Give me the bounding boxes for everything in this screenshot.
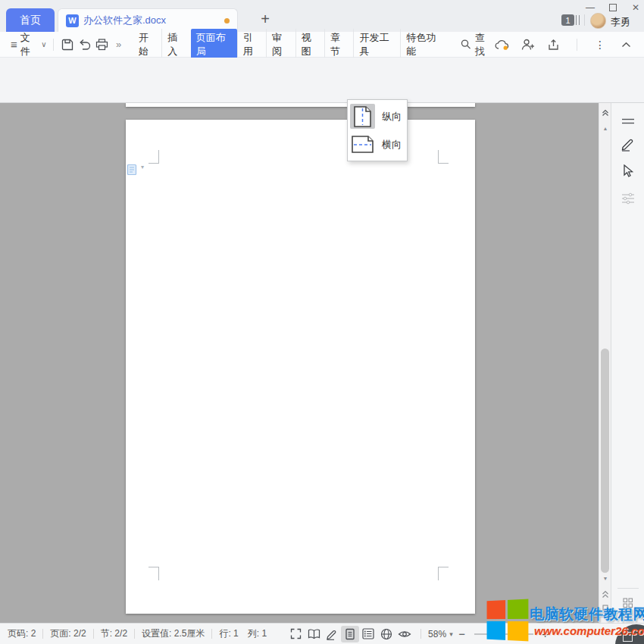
web-layout-button[interactable] bbox=[377, 626, 395, 642]
menubar-divider bbox=[53, 39, 54, 51]
status-setting-value[interactable]: 设置值: 2.5厘米 bbox=[142, 627, 205, 640]
title-bar: 首页 W 办公软件之家.docx + — ✕ 1 李勇 bbox=[0, 0, 644, 32]
menu-item-landscape[interactable]: 横向 bbox=[350, 130, 405, 158]
search-button[interactable]: 查找 bbox=[461, 31, 493, 58]
wps-writer-window: 首页 W 办公软件之家.docx + — ✕ 1 李勇 ≡ 文件 ∨ bbox=[0, 0, 644, 644]
print-layout-button[interactable] bbox=[341, 626, 359, 642]
select-cursor-icon[interactable] bbox=[621, 164, 636, 179]
status-page-number[interactable]: 页码: 2 bbox=[8, 627, 36, 640]
print-button[interactable] bbox=[93, 36, 110, 54]
close-button[interactable]: ✕ bbox=[627, 2, 644, 14]
page-2[interactable] bbox=[126, 120, 475, 614]
unsaved-dot-icon bbox=[224, 18, 230, 23]
zoom-in-button[interactable]: + bbox=[536, 626, 555, 642]
tab-view[interactable]: 视图 bbox=[295, 29, 324, 61]
tab-page-layout[interactable]: 页面布局 bbox=[191, 29, 237, 61]
scroll-up-arrow[interactable]: ▲ bbox=[599, 126, 611, 131]
margin-mark-top-left bbox=[148, 150, 159, 164]
user-avatar[interactable] bbox=[590, 13, 606, 29]
status-separator bbox=[134, 629, 135, 639]
status-separator bbox=[93, 629, 94, 639]
margin-mark-bottom-left bbox=[148, 567, 159, 580]
wps-writer-icon: W bbox=[66, 14, 79, 27]
outline-view-button[interactable] bbox=[359, 626, 377, 642]
landscape-icon-box bbox=[350, 132, 375, 157]
maximize-icon bbox=[609, 4, 617, 11]
share-icon[interactable] bbox=[545, 36, 563, 54]
panel-divider bbox=[617, 588, 639, 589]
user-name[interactable]: 李勇 bbox=[611, 15, 630, 29]
ribbon-tabs: 开始 插入 页面布局 引用 审阅 视图 章节 开发工具 特色功能 bbox=[133, 29, 447, 61]
status-separator bbox=[42, 629, 43, 639]
status-line[interactable]: 行: 1 bbox=[219, 627, 238, 640]
portrait-selected-box bbox=[350, 104, 375, 129]
document-canvas[interactable]: ▾ bbox=[0, 103, 599, 623]
tab-special-features[interactable]: 特色功能 bbox=[400, 29, 447, 61]
search-icon bbox=[461, 39, 471, 50]
fullscreen-button[interactable] bbox=[286, 626, 305, 642]
status-separator bbox=[211, 629, 212, 639]
status-section[interactable]: 节: 2/2 bbox=[101, 627, 127, 640]
pen-annotate-icon[interactable] bbox=[621, 136, 636, 152]
caret-down-icon: ▾ bbox=[449, 630, 453, 638]
zoom-slider[interactable] bbox=[474, 633, 533, 635]
margin-mark-top-right bbox=[438, 150, 449, 164]
adjust-lines-icon[interactable] bbox=[621, 114, 636, 129]
landscape-label: 横向 bbox=[382, 138, 402, 152]
new-tab-button[interactable]: + bbox=[256, 11, 274, 29]
save-button[interactable] bbox=[60, 36, 77, 54]
menu-item-portrait[interactable]: 纵向 bbox=[350, 102, 405, 130]
sliders-icon[interactable] bbox=[621, 191, 636, 206]
scrollbar-thumb[interactable] bbox=[601, 349, 609, 573]
status-bar: 页码: 2 页面: 2/2 节: 2/2 设置值: 2.5厘米 行: 1 列: … bbox=[0, 623, 644, 644]
ink-edit-button[interactable] bbox=[323, 626, 341, 642]
paste-options-icon bbox=[127, 164, 139, 176]
ribbon: 主题▾ 颜色▾ 字体▾ 效果▾ 页边距▾ bbox=[0, 58, 644, 103]
tab-developer-tools[interactable]: 开发工具 bbox=[353, 29, 400, 61]
paste-options-button[interactable]: ▾ bbox=[127, 164, 144, 176]
cloud-sync-icon[interactable] bbox=[493, 36, 511, 54]
more-commands-button[interactable]: » bbox=[111, 36, 127, 54]
portrait-label: 纵向 bbox=[382, 110, 402, 123]
scroll-down-arrow[interactable]: ▼ bbox=[599, 576, 611, 581]
menubar-right-tools: ⋮ bbox=[493, 36, 644, 54]
window-stack-icon bbox=[576, 15, 580, 25]
apps-grid-icon[interactable] bbox=[621, 596, 636, 611]
status-column[interactable]: 列: 1 bbox=[248, 627, 267, 640]
file-menu-label: 文件 bbox=[20, 31, 37, 58]
page-1-bottom-edge bbox=[126, 103, 475, 107]
hamburger-icon: ≡ bbox=[11, 38, 17, 51]
undo-button[interactable] bbox=[77, 36, 93, 54]
eye-protection-button[interactable] bbox=[395, 626, 414, 642]
tab-insert[interactable]: 插入 bbox=[161, 29, 190, 61]
caret-down-icon: ▾ bbox=[141, 164, 144, 170]
file-menu[interactable]: ≡ 文件 ∨ bbox=[11, 31, 47, 58]
more-options-icon[interactable]: ⋮ bbox=[591, 36, 609, 54]
tab-references[interactable]: 引用 bbox=[237, 29, 266, 61]
landscape-page-icon bbox=[351, 135, 374, 154]
scrollbar-top-tool-icon[interactable] bbox=[599, 109, 611, 118]
vertical-scrollbar[interactable]: ▲ ▼ bbox=[599, 103, 611, 623]
maximize-button[interactable] bbox=[605, 2, 621, 14]
status-separator bbox=[420, 629, 421, 639]
menu-bar: ≡ 文件 ∨ » 开始 插入 页面布局 引用 审阅 视图 章节 开发工具 特色功… bbox=[0, 32, 644, 58]
minimize-button[interactable]: — bbox=[582, 2, 599, 14]
invite-user-icon[interactable] bbox=[519, 36, 537, 54]
zoom-level-value: 58% bbox=[428, 629, 446, 639]
tab-review[interactable]: 审阅 bbox=[266, 29, 295, 61]
read-mode-button[interactable] bbox=[305, 626, 323, 642]
tab-start[interactable]: 开始 bbox=[133, 29, 161, 61]
portrait-page-icon bbox=[353, 105, 372, 128]
status-page-count[interactable]: 页面: 2/2 bbox=[50, 627, 86, 640]
titlebar-separator bbox=[584, 14, 585, 26]
zoom-out-button[interactable]: − bbox=[453, 626, 471, 642]
window-count-badge[interactable]: 1 bbox=[561, 14, 574, 26]
collapse-ribbon-icon[interactable] bbox=[617, 36, 635, 54]
select-browse-object-button[interactable] bbox=[599, 600, 611, 614]
margin-mark-bottom-right bbox=[438, 567, 449, 580]
search-label: 查找 bbox=[475, 31, 493, 58]
home-tab[interactable]: 首页 bbox=[6, 8, 55, 32]
tab-section[interactable]: 章节 bbox=[324, 29, 353, 61]
zoom-level-button[interactable]: 58% ▾ bbox=[428, 629, 453, 639]
right-tool-panel bbox=[611, 103, 644, 623]
